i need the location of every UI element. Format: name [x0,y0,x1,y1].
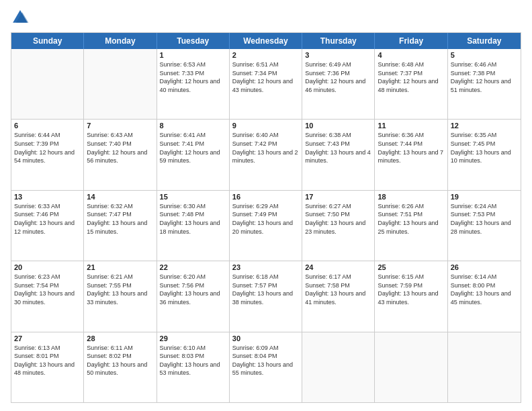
logo-icon [11,8,30,27]
sun-info: Sunrise: 6:24 AMSunset: 7:53 PMDaylight:… [451,202,518,236]
cal-cell: 9Sunrise: 6:40 AMSunset: 7:42 PMDaylight… [230,120,302,189]
sun-info: Sunrise: 6:26 AMSunset: 7:51 PMDaylight:… [378,202,444,236]
cal-cell: 14Sunrise: 6:32 AMSunset: 7:47 PMDayligh… [84,191,157,261]
cal-cell: 28Sunrise: 6:11 AMSunset: 8:02 PMDayligh… [84,332,157,402]
cal-cell [448,332,521,402]
day-number: 19 [451,193,518,201]
sun-info: Sunrise: 6:40 AMSunset: 7:42 PMDaylight:… [232,131,299,165]
sun-info: Sunrise: 6:48 AMSunset: 7:37 PMDaylight:… [378,60,444,94]
sun-info: Sunrise: 6:49 AMSunset: 7:36 PMDaylight:… [305,60,371,94]
day-number: 6 [14,122,81,130]
cal-cell: 22Sunrise: 6:20 AMSunset: 7:56 PMDayligh… [157,261,230,331]
sun-info: Sunrise: 6:36 AMSunset: 7:44 PMDaylight:… [378,131,444,165]
day-number: 22 [160,263,226,271]
day-header-friday: Friday [375,33,447,49]
cal-cell: 2Sunrise: 6:51 AMSunset: 7:34 PMDaylight… [230,49,302,119]
sun-info: Sunrise: 6:30 AMSunset: 7:48 PMDaylight:… [160,202,226,236]
day-number: 7 [87,122,153,130]
day-number: 24 [305,263,371,271]
sun-info: Sunrise: 6:20 AMSunset: 7:56 PMDaylight:… [160,273,226,306]
day-number: 8 [160,122,226,130]
day-number: 23 [232,263,299,271]
week-row-1: 1Sunrise: 6:53 AMSunset: 7:33 PMDaylight… [11,49,521,120]
header [11,8,521,27]
day-header-wednesday: Wednesday [230,33,302,49]
day-number: 13 [14,193,81,201]
sun-info: Sunrise: 6:35 AMSunset: 7:45 PMDaylight:… [451,131,518,165]
calendar-header-row: SundayMondayTuesdayWednesdayThursdayFrid… [11,33,521,49]
cal-cell: 19Sunrise: 6:24 AMSunset: 7:53 PMDayligh… [448,191,521,261]
day-number: 2 [232,51,299,59]
cal-cell: 23Sunrise: 6:18 AMSunset: 7:57 PMDayligh… [230,261,302,331]
day-header-thursday: Thursday [302,33,375,49]
day-number: 20 [14,263,81,271]
cal-cell [11,49,84,119]
day-number: 1 [160,51,226,59]
cal-cell: 24Sunrise: 6:17 AMSunset: 7:58 PMDayligh… [302,261,375,331]
day-number: 21 [87,263,153,271]
calendar-body: 1Sunrise: 6:53 AMSunset: 7:33 PMDaylight… [11,49,521,402]
cal-cell: 20Sunrise: 6:23 AMSunset: 7:54 PMDayligh… [11,261,84,331]
cal-cell: 29Sunrise: 6:10 AMSunset: 8:03 PMDayligh… [157,332,230,402]
week-row-5: 27Sunrise: 6:13 AMSunset: 8:01 PMDayligh… [11,332,521,402]
sun-info: Sunrise: 6:41 AMSunset: 7:41 PMDaylight:… [160,131,226,165]
cal-cell: 21Sunrise: 6:21 AMSunset: 7:55 PMDayligh… [84,261,157,331]
cal-cell: 13Sunrise: 6:33 AMSunset: 7:46 PMDayligh… [11,191,84,261]
day-header-tuesday: Tuesday [157,33,230,49]
cal-cell: 7Sunrise: 6:43 AMSunset: 7:40 PMDaylight… [84,120,157,189]
day-number: 14 [87,193,153,201]
cal-cell: 3Sunrise: 6:49 AMSunset: 7:36 PMDaylight… [302,49,375,119]
cal-cell: 6Sunrise: 6:44 AMSunset: 7:39 PMDaylight… [11,120,84,189]
cal-cell: 30Sunrise: 6:09 AMSunset: 8:04 PMDayligh… [230,332,302,402]
week-row-2: 6Sunrise: 6:44 AMSunset: 7:39 PMDaylight… [11,120,521,190]
week-row-3: 13Sunrise: 6:33 AMSunset: 7:46 PMDayligh… [11,191,521,261]
day-number: 27 [14,334,81,342]
calendar: SundayMondayTuesdayWednesdayThursdayFrid… [11,32,521,403]
cal-cell: 8Sunrise: 6:41 AMSunset: 7:41 PMDaylight… [157,120,230,189]
cal-cell: 16Sunrise: 6:29 AMSunset: 7:49 PMDayligh… [230,191,302,261]
sun-info: Sunrise: 6:18 AMSunset: 7:57 PMDaylight:… [232,273,299,306]
sun-info: Sunrise: 6:44 AMSunset: 7:39 PMDaylight:… [14,131,81,165]
cal-cell: 1Sunrise: 6:53 AMSunset: 7:33 PMDaylight… [157,49,230,119]
day-number: 12 [451,122,518,130]
sun-info: Sunrise: 6:17 AMSunset: 7:58 PMDaylight:… [305,273,371,306]
cal-cell: 5Sunrise: 6:46 AMSunset: 7:38 PMDaylight… [448,49,521,119]
cal-cell: 26Sunrise: 6:14 AMSunset: 8:00 PMDayligh… [448,261,521,331]
cal-cell [302,332,375,402]
cal-cell: 25Sunrise: 6:15 AMSunset: 7:59 PMDayligh… [375,261,447,331]
day-header-sunday: Sunday [11,33,84,49]
sun-info: Sunrise: 6:27 AMSunset: 7:50 PMDaylight:… [305,202,371,236]
sun-info: Sunrise: 6:10 AMSunset: 8:03 PMDaylight:… [160,344,226,377]
day-number: 16 [232,193,299,201]
day-header-monday: Monday [84,33,157,49]
sun-info: Sunrise: 6:21 AMSunset: 7:55 PMDaylight:… [87,273,153,306]
sun-info: Sunrise: 6:15 AMSunset: 7:59 PMDaylight:… [378,273,444,306]
cal-cell: 18Sunrise: 6:26 AMSunset: 7:51 PMDayligh… [375,191,447,261]
week-row-4: 20Sunrise: 6:23 AMSunset: 7:54 PMDayligh… [11,261,521,332]
day-number: 29 [160,334,226,342]
cal-cell: 4Sunrise: 6:48 AMSunset: 7:37 PMDaylight… [375,49,447,119]
cal-cell: 10Sunrise: 6:38 AMSunset: 7:43 PMDayligh… [302,120,375,189]
logo [11,8,32,27]
sun-info: Sunrise: 6:51 AMSunset: 7:34 PMDaylight:… [232,60,299,94]
sun-info: Sunrise: 6:14 AMSunset: 8:00 PMDaylight:… [451,273,518,306]
day-number: 15 [160,193,226,201]
day-number: 4 [378,51,444,59]
day-number: 5 [451,51,518,59]
cal-cell: 12Sunrise: 6:35 AMSunset: 7:45 PMDayligh… [448,120,521,189]
sun-info: Sunrise: 6:43 AMSunset: 7:40 PMDaylight:… [87,131,153,165]
sun-info: Sunrise: 6:09 AMSunset: 8:04 PMDaylight:… [232,344,299,377]
sun-info: Sunrise: 6:53 AMSunset: 7:33 PMDaylight:… [160,60,226,94]
sun-info: Sunrise: 6:13 AMSunset: 8:01 PMDaylight:… [14,344,81,377]
cal-cell: 15Sunrise: 6:30 AMSunset: 7:48 PMDayligh… [157,191,230,261]
cal-cell: 17Sunrise: 6:27 AMSunset: 7:50 PMDayligh… [302,191,375,261]
cal-cell: 11Sunrise: 6:36 AMSunset: 7:44 PMDayligh… [375,120,447,189]
day-number: 17 [305,193,371,201]
day-number: 28 [87,334,153,342]
sun-info: Sunrise: 6:32 AMSunset: 7:47 PMDaylight:… [87,202,153,236]
sun-info: Sunrise: 6:33 AMSunset: 7:46 PMDaylight:… [14,202,81,236]
cal-cell [375,332,447,402]
cal-cell: 27Sunrise: 6:13 AMSunset: 8:01 PMDayligh… [11,332,84,402]
sun-info: Sunrise: 6:38 AMSunset: 7:43 PMDaylight:… [305,131,371,165]
page: SundayMondayTuesdayWednesdayThursdayFrid… [0,0,532,411]
